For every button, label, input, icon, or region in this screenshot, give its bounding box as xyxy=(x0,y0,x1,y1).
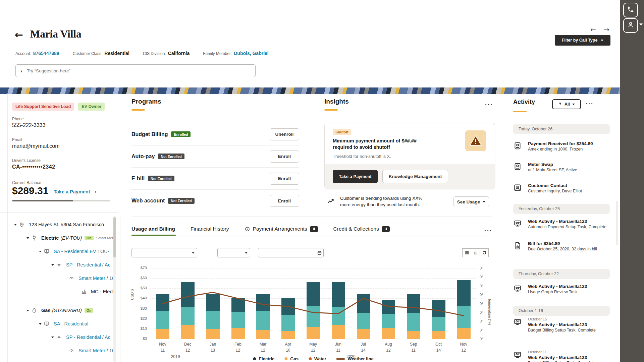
tree-caret-icon[interactable] xyxy=(37,323,44,325)
tree-node-gas[interactable]: Gas(STANDARD)On xyxy=(0,304,114,317)
programs-section-header: Programs xyxy=(131,98,161,111)
take-a-payment-button[interactable]: Take a Payment xyxy=(333,170,378,183)
usage-date-input[interactable] xyxy=(258,248,324,257)
activity-filter-dropdown[interactable]: All xyxy=(552,99,581,109)
program-row: Auto-payNot EnrolledEnroll xyxy=(131,145,299,168)
field-value[interactable]: 8765447388 xyxy=(33,51,59,56)
current-balance-label: Current Balance xyxy=(12,180,41,185)
tree-node-smart-meter-10[interactable]: Smart Meter / 10 xyxy=(0,272,114,285)
usage-filter-select-2[interactable] xyxy=(217,248,250,257)
activity-item[interactable]: Meter Swapat 1 Main Street SF, Active xyxy=(513,162,610,173)
suggestion-box[interactable]: › xyxy=(15,64,256,77)
weather-line xyxy=(163,292,464,315)
activity-item[interactable]: Web Activity - Mariavilla123Automatic Pa… xyxy=(513,219,610,230)
tab-payment-arrangements[interactable]: Payment Arrangements xyxy=(245,226,318,232)
suggestion-input[interactable] xyxy=(27,68,251,73)
tabs-overflow-menu[interactable]: ··· xyxy=(484,227,492,234)
tree-caret-icon[interactable] xyxy=(24,310,31,311)
table-view-button[interactable] xyxy=(462,248,471,257)
enroll-button[interactable]: Enroll xyxy=(270,150,299,163)
enroll-button[interactable]: Enroll xyxy=(270,173,299,185)
back-button[interactable]: ← xyxy=(15,29,23,41)
filter-by-call-type-button[interactable]: Filter by Call Type xyxy=(555,35,610,46)
x-tick-day: 13 xyxy=(201,348,225,353)
customer-care-app: ← Maria Villa ← → Filter by Call Type Ac… xyxy=(0,0,644,362)
tree-node-label: Gas xyxy=(41,308,50,313)
tab-usage-and-billing[interactable]: Usage and Billing xyxy=(131,226,175,232)
insight-subtext: Threshold for non-shutoff is X. xyxy=(333,154,391,159)
pin-icon xyxy=(19,222,28,228)
agent-profile-button[interactable] xyxy=(623,18,638,33)
unenroll-button[interactable]: Unenroll xyxy=(270,128,299,140)
service-icon xyxy=(44,248,52,254)
activity-item[interactable]: Payment Received for $254.89Amex ending … xyxy=(513,141,610,152)
x-tick-day: 10 xyxy=(276,348,301,353)
phone-call-button[interactable] xyxy=(623,3,638,17)
activity-item-title: Web Activity - Mariavilla123 xyxy=(528,284,587,289)
tree-node-sp-residential-ac[interactable]: SP - Residential / Ac xyxy=(0,330,114,344)
decorative-pattern-strip xyxy=(0,87,620,94)
nav-forward-icon[interactable]: → xyxy=(604,25,609,34)
activity-item[interactable]: Bill for $254.89Due October 25, 2020, 32… xyxy=(513,241,610,252)
trend-message: Customer is trending towards using XX% m… xyxy=(340,195,422,208)
tree-node-smart-meter-10[interactable]: Smart Meter / 10 xyxy=(0,344,114,357)
activity-item[interactable]: October 11Web Activity - Mariavilla123Bu… xyxy=(513,350,610,362)
donut-chart-view-button[interactable] xyxy=(480,248,489,257)
tree-node-label: 123 Hayes St. #304 San Francisco xyxy=(29,222,104,227)
field-value[interactable]: Dubois, Gabriel xyxy=(234,51,268,56)
on-badge: On xyxy=(85,236,94,240)
status-badge: Life Support Sensitive Load xyxy=(12,103,74,111)
activity-overflow-menu[interactable]: ··· xyxy=(586,101,594,108)
contact-block: Emailmaria@mymail.com xyxy=(12,137,60,149)
activity-item-text: Web Activity - Mariavilla123Automatic Pa… xyxy=(528,219,606,230)
bill-icon xyxy=(513,241,523,252)
tab-financial-history[interactable]: Financial History xyxy=(191,226,229,232)
tree-caret-icon[interactable] xyxy=(37,251,44,252)
tab-label: Payment Arrangements xyxy=(253,226,307,232)
tree-caret-icon[interactable] xyxy=(49,264,56,266)
activity-item[interactable]: Web Activity - Mariavilla123Usage Graph … xyxy=(513,284,610,295)
right-tick-label: 0° xyxy=(480,319,483,323)
tree-node-label: Electric xyxy=(41,235,59,241)
right-tick-label: 0° xyxy=(480,275,483,279)
top-bar xyxy=(0,0,620,14)
left-panel-divider xyxy=(0,212,118,213)
activity-item-subtitle: at 1 Main Street SF, Active xyxy=(528,167,577,173)
web-icon xyxy=(513,219,523,230)
programs-accent-bar xyxy=(131,109,145,111)
tree-scrollbar-thumb[interactable] xyxy=(113,217,116,257)
activity-item-title: Web Activity - Mariavilla123 xyxy=(528,322,596,327)
right-tick-label: 0° xyxy=(480,293,483,297)
activity-scrollbar-thumb[interactable] xyxy=(616,201,618,245)
tree-node-electric[interactable]: Electric(EV-TOU)OnSmart Meter xyxy=(0,231,114,245)
enroll-button[interactable]: Enroll xyxy=(270,195,299,207)
terminal-icon xyxy=(513,162,523,173)
tab-credit-collections[interactable]: Credit & Collections xyxy=(333,226,390,232)
activity-item-title: Web Activity - Mariavilla123 xyxy=(528,219,606,224)
insights-overflow-menu[interactable]: ··· xyxy=(485,101,493,108)
tree-node-123-hayes-st-304-san-francisco[interactable]: 123 Hayes St. #304 San Francisco xyxy=(0,218,114,231)
x-tick-month: Aug xyxy=(376,342,401,347)
x-tick-month: Nov xyxy=(451,342,476,347)
knowledge-management-button[interactable]: Knowledge Management xyxy=(382,170,448,183)
activity-feed: Today, October 26Payment Received for $2… xyxy=(513,121,610,362)
tree-caret-icon[interactable] xyxy=(49,337,56,338)
activity-item[interactable]: October 15Web Activity - Mariavilla123Bu… xyxy=(513,317,610,333)
tree-node-mc-electric[interactable]: MC - Electric xyxy=(0,285,114,298)
usage-filter-select-1[interactable] xyxy=(131,248,197,257)
activity-item-title: Web Activity - Mariavilla123 xyxy=(528,355,596,360)
tree-caret-icon[interactable] xyxy=(24,237,31,239)
see-usage-button[interactable]: See Usage xyxy=(453,196,489,207)
tree-node-sp-residential-ac[interactable]: SP - Residential / Ac xyxy=(0,258,114,272)
activity-item[interactable]: Customer ContactCustomer Inquiry, Dave E… xyxy=(513,183,610,194)
y-tick-label: $50 xyxy=(129,286,147,290)
tree-node-sa-residential-ev-tou[interactable]: SA - Residential EV TOU- xyxy=(0,245,114,258)
take-a-payment-link[interactable]: Take a Payment› xyxy=(54,189,96,194)
nav-back-icon[interactable]: ← xyxy=(590,25,596,34)
tree-caret-icon[interactable] xyxy=(12,224,19,226)
programs-list: Budget BillingEnrolledUnenrollAuto-payNo… xyxy=(131,123,299,212)
profile-caret-icon[interactable] xyxy=(639,23,643,25)
x-tick-month: Feb xyxy=(225,342,250,347)
tree-node-sa-residential[interactable]: SA - Residential xyxy=(0,317,114,330)
bar-chart-view-button[interactable] xyxy=(471,248,480,257)
